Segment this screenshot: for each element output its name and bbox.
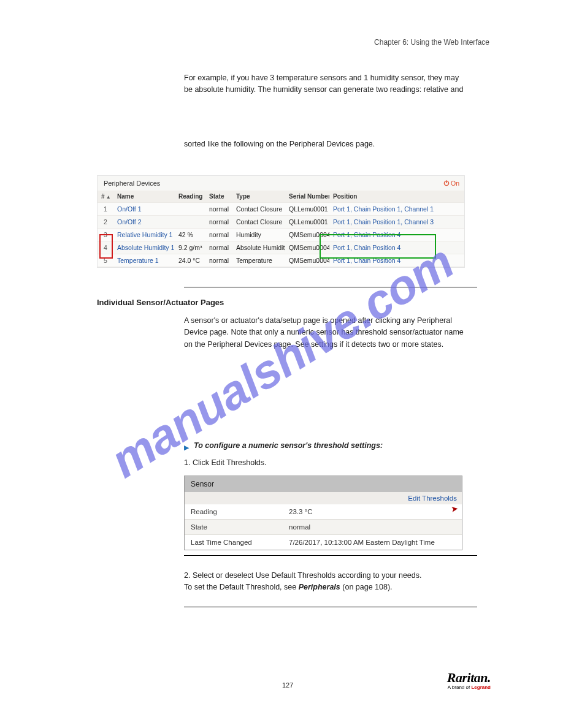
power-icon bbox=[443, 180, 450, 186]
section-title: Individual Sensor/Actuator Pages bbox=[97, 298, 224, 307]
annotation-green-box bbox=[320, 234, 436, 259]
divider bbox=[184, 287, 477, 287]
sensor-panel: Sensor Edit Thresholds Reading23.3 °CSta… bbox=[184, 476, 462, 550]
col-reading[interactable]: Reading bbox=[175, 191, 205, 203]
col-type[interactable]: Type bbox=[232, 191, 285, 203]
row-state: normal bbox=[205, 229, 232, 241]
divider bbox=[184, 607, 477, 607]
chapter-heading: Chapter 6: Using the Web Interface bbox=[374, 38, 489, 47]
intro-paragraph-1: For example, if you have 3 temperature s… bbox=[184, 72, 466, 96]
sensor-row: Reading23.3 °C bbox=[185, 504, 462, 519]
table-row[interactable]: 1On/Off 1normalContact ClosureQLLemu0001… bbox=[98, 203, 464, 216]
row-type: Humidity bbox=[232, 229, 285, 241]
row-position: Port 1, Chain Position 1, Channel 1 bbox=[329, 203, 464, 216]
sensor-panel-toolbar: Edit Thresholds bbox=[185, 492, 462, 504]
cursor-icon: ➤ bbox=[450, 503, 459, 514]
row-name[interactable]: On/Off 1 bbox=[113, 203, 175, 216]
sensor-row-value: normal bbox=[283, 520, 462, 534]
sensor-row-value: 7/26/2017, 10:13:00 AM Eastern Daylight … bbox=[283, 535, 462, 550]
table-row[interactable]: 2On/Off 2normalContact ClosureQLLemu0001… bbox=[98, 216, 464, 229]
row-reading bbox=[175, 203, 205, 216]
row-number: 1 bbox=[98, 203, 113, 216]
power-on-indicator[interactable]: On bbox=[443, 180, 459, 187]
annotation-red-box bbox=[99, 234, 113, 259]
sensor-row-value: 23.3 °C bbox=[283, 504, 462, 519]
row-state: normal bbox=[205, 241, 232, 254]
row-type: Absolute Humidity bbox=[232, 241, 285, 254]
col-state[interactable]: State bbox=[205, 191, 232, 203]
row-name[interactable]: Relative Humidity 1 bbox=[113, 229, 175, 241]
row-reading bbox=[175, 216, 205, 229]
row-reading: 9.2 g/m³ bbox=[175, 241, 205, 254]
row-type: Temperature bbox=[232, 254, 285, 267]
footer-brand: Raritan. A brand of Legrand bbox=[447, 670, 491, 690]
sensor-row: Statenormal bbox=[185, 519, 462, 534]
peripheral-devices-title: Peripheral Devices bbox=[98, 176, 464, 191]
sensor-panel-title: Sensor bbox=[185, 476, 462, 492]
cross-reference: Peripherals bbox=[299, 583, 340, 591]
step-2: 2. Select or deselect Use Default Thresh… bbox=[184, 570, 466, 594]
edit-thresholds-link[interactable]: Edit Thresholds bbox=[408, 495, 457, 502]
row-name[interactable]: Temperature 1 bbox=[113, 254, 175, 267]
row-type: Contact Closure bbox=[232, 216, 285, 229]
col-serial[interactable]: Serial Number bbox=[285, 191, 329, 203]
procedure-heading: ▶ To configure a numeric sensor's thresh… bbox=[184, 441, 383, 452]
sensor-row-label: Reading bbox=[185, 504, 283, 519]
row-name[interactable]: Absolute Humidity 1 bbox=[113, 241, 175, 254]
sensor-row: Last Time Changed7/26/2017, 10:13:00 AM … bbox=[185, 534, 462, 550]
col-name[interactable]: Name bbox=[113, 191, 175, 203]
page-number: 127 bbox=[282, 681, 293, 689]
section-intro-paragraph: A sensor's or actuator's data/setup page… bbox=[184, 315, 466, 351]
col-number[interactable]: # bbox=[98, 191, 113, 203]
brand-logo-text: Raritan. bbox=[447, 670, 491, 686]
sensor-row-label: State bbox=[185, 520, 283, 534]
row-reading: 42 % bbox=[175, 229, 205, 241]
col-position[interactable]: Position bbox=[329, 191, 464, 203]
step-1: 1. Click Edit Thresholds. bbox=[184, 457, 466, 469]
row-serial: QLLemu0001 bbox=[285, 203, 329, 216]
triangle-bullet-icon: ▶ bbox=[184, 444, 189, 452]
row-type: Contact Closure bbox=[232, 203, 285, 216]
row-state: normal bbox=[205, 254, 232, 267]
row-reading: 24.0 °C bbox=[175, 254, 205, 267]
row-state: normal bbox=[205, 216, 232, 229]
brand-tagline: A brand of Legrand bbox=[447, 684, 491, 690]
table-header-row: # Name Reading State Type Serial Number … bbox=[98, 191, 464, 203]
procedure-heading-label: To configure a numeric sensor's threshol… bbox=[194, 441, 383, 450]
intro-paragraph-2: sorted like the following on the Periphe… bbox=[184, 138, 466, 150]
row-serial: QLLemu0001 bbox=[285, 216, 329, 229]
row-number: 2 bbox=[98, 216, 113, 229]
sensor-row-label: Last Time Changed bbox=[185, 535, 283, 550]
row-position: Port 1, Chain Position 1, Channel 3 bbox=[329, 216, 464, 229]
row-state: normal bbox=[205, 203, 232, 216]
row-name[interactable]: On/Off 2 bbox=[113, 216, 175, 229]
divider bbox=[184, 555, 477, 556]
